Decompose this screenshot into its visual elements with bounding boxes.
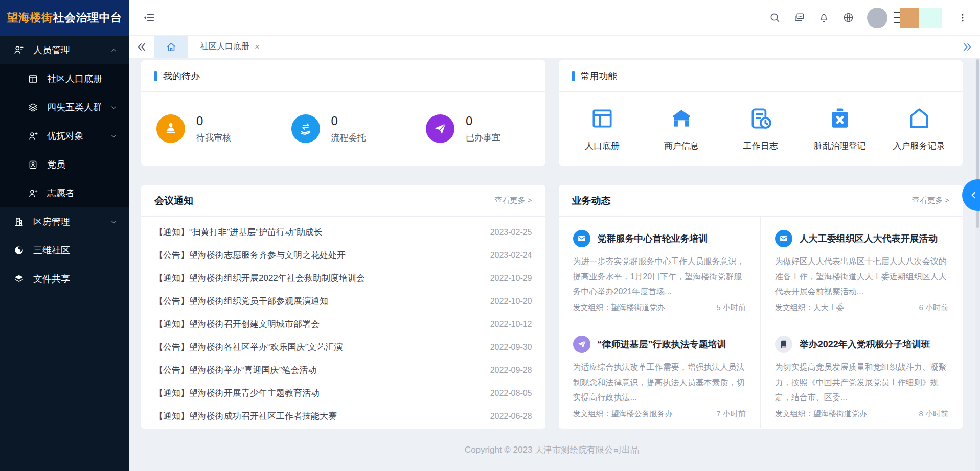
list-item[interactable]: 【通知】“扫黄打非”进基层“护苗行动”助成长2023-02-25	[154, 221, 532, 244]
news-org: 发文组织：望海楼公务服务办	[573, 409, 673, 419]
news-item[interactable]: 党群服务中心首轮业务培训 为进一步夯实党群服务中心工作人员服务意识，提高业务水平…	[559, 217, 761, 322]
top-cards-row: 我的待办 0 待我审核	[141, 60, 963, 166]
list-item[interactable]: 【公告】望海楼街志愿服务齐参与文明之花处处开2023-02-24	[154, 244, 532, 267]
redaction-block-cyan	[919, 8, 942, 28]
news-item[interactable]: 人大工委组织区人大代表开展活动 为做好区人大代表出席区十七届人大八次会议的准备工…	[761, 217, 963, 322]
user-avatar[interactable]	[867, 8, 887, 28]
todo-stats: 0 待我审核 0 流程委托	[141, 92, 545, 166]
chevron-down-icon	[110, 132, 118, 140]
card-title: 我的待办	[163, 70, 200, 82]
list-item[interactable]: 【通知】望海楼街成功召开社区工作者技能大赛2022-06-28	[154, 405, 532, 428]
news-org: 发文组织：望海楼街道党办	[775, 409, 867, 419]
quick-card-header: 常用功能	[559, 60, 963, 92]
sidebar-item-party-members[interactable]: 党员	[0, 150, 129, 179]
sidebar-item-housing[interactable]: 区房管理	[0, 207, 129, 236]
list-item[interactable]: 【通知】望海楼街组织开展2022年社会救助制度培训会2022-10-29	[154, 267, 532, 290]
id-badge-icon	[28, 159, 38, 170]
list-item[interactable]: 【公告】望海楼街组织党员干部参观展演通知2022-10-20	[154, 290, 532, 313]
list-item[interactable]: 【公告】望海楼街举办“喜迎国庆”笔会活动2022-09-28	[154, 359, 532, 382]
house-icon	[906, 106, 932, 131]
main-pane: 社区人口底册 × 我的待办	[129, 0, 980, 471]
collapse-menu-icon[interactable]	[142, 11, 155, 25]
todo-card-header: 我的待办	[141, 60, 545, 92]
news-org: 发文组织：人大工委	[775, 303, 844, 313]
sidebar-item-label: 四失五类人群	[47, 101, 102, 113]
notice-title: 【公告】望海楼街志愿服务齐参与文明之花处处开	[154, 249, 480, 261]
news-time: 8 小时前	[919, 409, 948, 419]
quick-item-home-visit-records[interactable]: 入户服务记录	[879, 106, 959, 152]
sidebar-item-label: 文件共享	[33, 273, 70, 285]
stat-label: 流程委托	[331, 132, 366, 144]
redaction-block-orange	[900, 8, 919, 28]
news-item[interactable]: “律师进基层”行政执法专题培训 为适应综合执法改革工作需要，增强执法人员法制观念…	[559, 322, 761, 428]
notice-title: 【公告】望海楼街组织党员干部参观展演通知	[154, 295, 480, 307]
quick-item-sanitation-registry[interactable]: 脏乱治理登记	[800, 106, 879, 152]
notifications-icon[interactable]	[818, 12, 830, 23]
home-icon	[166, 41, 177, 53]
app-root: 望海楼街社会治理中台 人员管理 社区人口底册 四失五类人群	[0, 0, 980, 471]
quick-item-label: 人口底册	[585, 140, 620, 152]
tab-population-register[interactable]: 社区人口底册 ×	[188, 36, 272, 58]
notice-date: 2022-10-20	[490, 297, 532, 306]
scroll-tabs-left[interactable]	[129, 36, 154, 58]
stat-process-delegation[interactable]: 0 流程委托	[276, 114, 411, 144]
layers-icon	[28, 102, 38, 113]
news-time: 5 小时前	[716, 303, 746, 313]
list-item[interactable]: 【通知】望海楼街开展青少年主题教育活动2022-08-05	[154, 382, 532, 405]
user-name-glyph	[894, 12, 900, 23]
book-icon	[775, 336, 792, 353]
list-item[interactable]: 【公告】望海楼街各社区举办“欢乐国庆”文艺汇演2022-09-30	[154, 336, 532, 359]
page-content: 我的待办 0 待我审核	[129, 58, 980, 471]
close-icon[interactable]: ×	[255, 42, 260, 52]
scrollbar[interactable]	[975, 58, 980, 471]
stat-completed[interactable]: 0 已办事宜	[411, 114, 545, 144]
notice-title: 【通知】“扫黄打非”进基层“护苗行动”助成长	[154, 226, 480, 238]
news-item[interactable]: 举办2022年入党积极分子培训班 为切实提高党员发展质量和党组织战斗力、凝聚力，…	[761, 322, 963, 428]
sidebar-item-volunteers[interactable]: 志愿者	[0, 179, 129, 207]
bottom-cards-row: 会议通知 查看更多 > 【通知】“扫黄打非”进基层“护苗行动”助成长2023-0…	[141, 185, 963, 429]
sidebar-item-label: 优抚对象	[47, 130, 84, 142]
sidebar-item-special-groups[interactable]: 四失五类人群	[0, 93, 129, 122]
search-icon[interactable]	[769, 12, 781, 23]
user-plus-icon	[28, 188, 38, 199]
copyright-footer: Copyright © 2023 天津市测绘院有限公司出品	[141, 429, 963, 456]
sidebar-item-file-sharing[interactable]: 文件共享	[0, 265, 129, 293]
notice-date: 2023-02-24	[490, 251, 532, 260]
brand-rest: 社会治理中台	[53, 10, 122, 26]
quick-item-label: 商户信息	[664, 140, 699, 152]
messages-icon[interactable]	[793, 12, 805, 23]
view-more-link[interactable]: 查看更多 >	[912, 196, 949, 205]
notice-title: 【公告】望海楼街各社区举办“欢乐国庆”文艺汇演	[154, 341, 480, 353]
building-icon	[13, 216, 25, 227]
quick-item-label: 工作日志	[743, 140, 778, 152]
news-item-header: 举办2022年入党积极分子培训班	[775, 336, 948, 353]
news-card-header: 业务动态 查看更多 >	[559, 185, 963, 217]
stat-pending-review[interactable]: 0 待我审核	[141, 114, 276, 144]
language-globe-icon[interactable]	[842, 12, 854, 23]
news-footer: 发文组织：望海楼街道党办 5 小时前	[573, 303, 746, 313]
stat-value: 0	[331, 114, 366, 128]
quick-functions: 人口底册 商户信息 工作日志 脏乱治理登记	[559, 92, 963, 166]
quick-item-population-register[interactable]: 人口底册	[563, 106, 642, 152]
quick-item-merchant-info[interactable]: 商户信息	[642, 106, 721, 152]
app-logo: 望海楼街社会治理中台	[0, 0, 129, 36]
user-name-redacted[interactable]	[894, 8, 942, 28]
quick-item-work-log[interactable]: 工作日志	[721, 106, 800, 152]
sidebar-item-population-register[interactable]: 社区人口底册	[0, 64, 129, 93]
scroll-tabs-right[interactable]	[954, 36, 980, 58]
news-title: 举办2022年入党积极分子培训班	[800, 338, 930, 350]
list-item[interactable]: 【通知】望海楼街召开创建文明城市部署会2022-10-12	[154, 313, 532, 336]
stamp-icon	[156, 114, 185, 143]
mail-icon	[573, 230, 590, 247]
view-more-link[interactable]: 查看更多 >	[495, 196, 532, 205]
sidebar-item-3d-community[interactable]: 三维社区	[0, 236, 129, 265]
table-icon	[589, 106, 615, 131]
tab-home[interactable]	[154, 36, 188, 58]
sidebar-item-label: 社区人口底册	[47, 73, 102, 85]
sidebar-item-preferential-care[interactable]: 优抚对象	[0, 122, 129, 150]
table-icon	[28, 74, 38, 84]
user-plus-icon	[28, 131, 38, 142]
clipboard-x-icon	[827, 106, 853, 131]
sidebar-item-personnel[interactable]: 人员管理	[0, 36, 129, 64]
more-options-icon[interactable]	[958, 12, 968, 24]
